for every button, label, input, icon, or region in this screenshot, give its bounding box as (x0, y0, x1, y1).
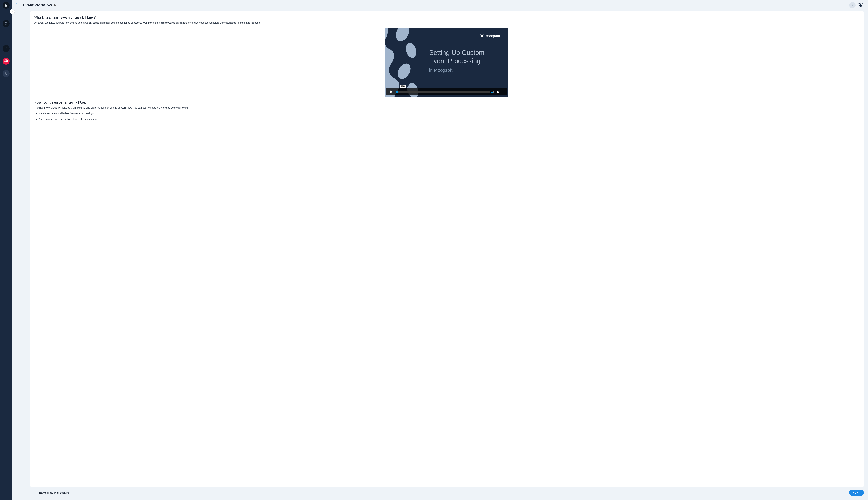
svg-point-2 (5, 36, 5, 37)
svg-point-23 (18, 5, 18, 6)
bullet-list: Enrich new events with data from externa… (34, 112, 253, 121)
main: What is an event workflow? An Event Work… (12, 10, 253, 142)
scroll-area[interactable]: What is an event workflow? An Event Work… (30, 11, 253, 142)
page-title: Event Workflow (23, 3, 52, 8)
svg-line-1 (7, 24, 8, 25)
svg-point-0 (5, 22, 7, 24)
svg-point-11 (6, 49, 6, 49)
chart-icon[interactable] (3, 33, 10, 39)
svg-point-15 (16, 3, 17, 4)
top-bar: Event Workflow Beta ? (12, 0, 253, 10)
sidebar (0, 0, 12, 142)
svg-point-25 (20, 5, 20, 6)
gear-icon[interactable] (3, 70, 10, 77)
svg-rect-5 (6, 36, 6, 37)
svg-point-20 (18, 4, 19, 5)
section2-heading: How to create a workflow (34, 100, 253, 104)
logo-icon[interactable] (3, 2, 10, 9)
section1-heading: What is an event workflow? (34, 15, 253, 20)
sliders-icon[interactable] (3, 45, 10, 52)
svg-point-24 (19, 5, 19, 6)
svg-point-17 (19, 3, 19, 4)
section1-body: An Event Workflow updates new events aut… (34, 21, 253, 25)
svg-point-13 (7, 47, 7, 48)
beta-badge: Beta (54, 4, 59, 7)
svg-point-14 (4, 59, 8, 63)
svg-point-21 (19, 4, 20, 5)
svg-point-19 (17, 4, 18, 5)
section2-body: The Event Workflows UI includes a simple… (34, 106, 253, 110)
svg-rect-7 (7, 35, 8, 37)
svg-point-4 (6, 35, 7, 36)
svg-point-6 (7, 35, 8, 36)
svg-point-9 (5, 48, 5, 48)
workflow-icon (16, 3, 21, 7)
list-item: Split, copy, extract, or combine data in… (39, 118, 253, 121)
svg-rect-3 (5, 37, 5, 38)
svg-point-16 (18, 3, 18, 4)
content-card: What is an event workflow? An Event Work… (30, 11, 253, 142)
svg-point-18 (20, 3, 20, 4)
sync-icon[interactable] (3, 58, 10, 65)
svg-point-22 (16, 5, 17, 6)
list-item: Enrich new events with data from externa… (39, 112, 253, 115)
search-icon[interactable] (3, 20, 10, 27)
